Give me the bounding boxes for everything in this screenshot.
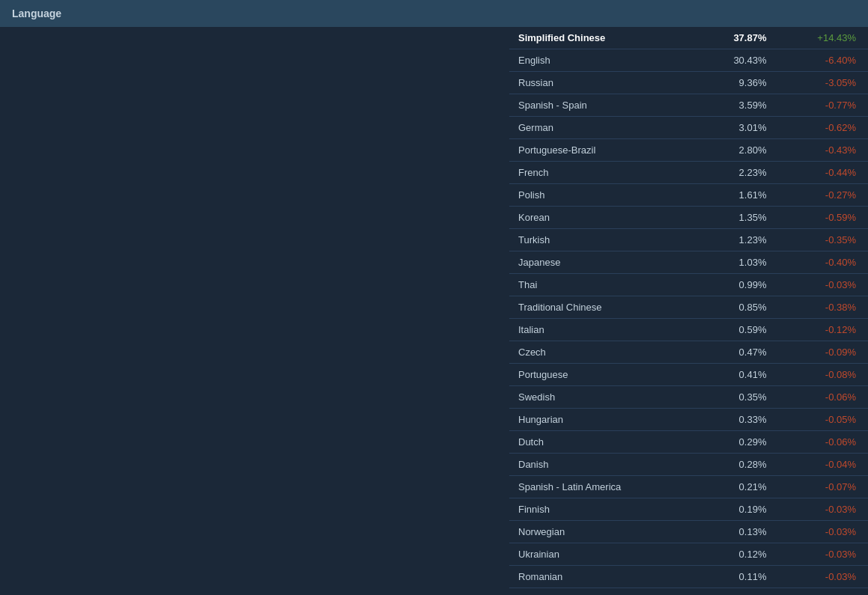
left-panel xyxy=(0,27,509,595)
lang-percentage: 1.35% xyxy=(696,207,776,229)
lang-percentage: 30.43% xyxy=(696,49,776,72)
lang-name: French xyxy=(509,162,696,184)
lang-change: -0.35% xyxy=(775,229,868,251)
table-row: Russian9.36%-3.05% xyxy=(509,72,868,94)
lang-change: -0.62% xyxy=(775,117,868,139)
lang-name: Simplified Chinese xyxy=(509,27,696,49)
table-row: Portuguese-Brazil2.80%-0.43% xyxy=(509,139,868,162)
lang-percentage: 1.03% xyxy=(696,251,776,274)
table-row: Greek0.08%-0.01% xyxy=(509,588,868,596)
lang-change: -0.01% xyxy=(775,588,868,596)
table-row: Portuguese0.41%-0.08% xyxy=(509,364,868,386)
table-row: French2.23%-0.44% xyxy=(509,162,868,184)
table-row: Japanese1.03%-0.40% xyxy=(509,251,868,274)
table-row: Traditional Chinese0.85%-0.38% xyxy=(509,296,868,319)
lang-percentage: 2.80% xyxy=(696,139,776,162)
lang-name: Korean xyxy=(509,207,696,229)
lang-name: Danish xyxy=(509,454,696,476)
table-row: Polish1.61%-0.27% xyxy=(509,184,868,207)
lang-percentage: 0.21% xyxy=(696,476,776,498)
lang-change: -0.06% xyxy=(775,431,868,454)
lang-percentage: 0.99% xyxy=(696,274,776,296)
table-row: Simplified Chinese37.87%+14.43% xyxy=(509,27,868,49)
lang-percentage: 0.85% xyxy=(696,296,776,319)
lang-name: Portuguese xyxy=(509,364,696,386)
lang-change: -3.05% xyxy=(775,72,868,94)
lang-percentage: 2.23% xyxy=(696,162,776,184)
table-container: Simplified Chinese37.87%+14.43%English30… xyxy=(0,27,868,595)
lang-percentage: 3.01% xyxy=(696,117,776,139)
lang-percentage: 0.35% xyxy=(696,386,776,409)
lang-change: -0.03% xyxy=(775,566,868,588)
lang-name: Ukrainian xyxy=(509,543,696,566)
lang-percentage: 37.87% xyxy=(696,27,776,49)
table-row: Turkish1.23%-0.35% xyxy=(509,229,868,251)
table-row: Italian0.59%-0.12% xyxy=(509,319,868,341)
table-row: German3.01%-0.62% xyxy=(509,117,868,139)
lang-percentage: 0.11% xyxy=(696,566,776,588)
lang-change: +14.43% xyxy=(775,27,868,49)
table-row: Dutch0.29%-0.06% xyxy=(509,431,868,454)
lang-percentage: 0.08% xyxy=(696,588,776,596)
lang-name: Spanish - Latin America xyxy=(509,476,696,498)
lang-name: Finnish xyxy=(509,498,696,521)
table-row: Finnish0.19%-0.03% xyxy=(509,498,868,521)
table-row: Czech0.47%-0.09% xyxy=(509,341,868,364)
lang-percentage: 0.12% xyxy=(696,543,776,566)
header-title: Language xyxy=(12,7,61,19)
lang-percentage: 1.61% xyxy=(696,184,776,207)
lang-percentage: 0.41% xyxy=(696,364,776,386)
table-row: Korean1.35%-0.59% xyxy=(509,207,868,229)
lang-name: Turkish xyxy=(509,229,696,251)
table-row: English30.43%-6.40% xyxy=(509,49,868,72)
lang-change: -0.07% xyxy=(775,476,868,498)
lang-name: Czech xyxy=(509,341,696,364)
lang-name: Polish xyxy=(509,184,696,207)
lang-name: Hungarian xyxy=(509,409,696,431)
lang-percentage: 0.47% xyxy=(696,341,776,364)
lang-change: -0.08% xyxy=(775,364,868,386)
lang-percentage: 0.19% xyxy=(696,498,776,521)
lang-change: -0.03% xyxy=(775,543,868,566)
lang-change: -0.03% xyxy=(775,521,868,543)
lang-name: Thai xyxy=(509,274,696,296)
lang-percentage: 0.28% xyxy=(696,454,776,476)
language-table: Simplified Chinese37.87%+14.43%English30… xyxy=(509,27,868,595)
lang-name: Greek xyxy=(509,588,696,596)
lang-name: Russian xyxy=(509,72,696,94)
lang-change: -0.43% xyxy=(775,139,868,162)
lang-change: -0.44% xyxy=(775,162,868,184)
lang-name: Portuguese-Brazil xyxy=(509,139,696,162)
lang-name: Swedish xyxy=(509,386,696,409)
lang-name: German xyxy=(509,117,696,139)
lang-name: Spanish - Spain xyxy=(509,94,696,117)
lang-name: Romanian xyxy=(509,566,696,588)
lang-change: -6.40% xyxy=(775,49,868,72)
table-row: Romanian0.11%-0.03% xyxy=(509,566,868,588)
lang-change: -0.40% xyxy=(775,251,868,274)
table-row: Danish0.28%-0.04% xyxy=(509,454,868,476)
lang-change: -0.09% xyxy=(775,341,868,364)
lang-change: -0.38% xyxy=(775,296,868,319)
lang-change: -0.06% xyxy=(775,386,868,409)
lang-name: Japanese xyxy=(509,251,696,274)
lang-name: Dutch xyxy=(509,431,696,454)
lang-change: -0.03% xyxy=(775,498,868,521)
table-section: Simplified Chinese37.87%+14.43%English30… xyxy=(509,27,868,595)
lang-percentage: 3.59% xyxy=(696,94,776,117)
lang-percentage: 1.23% xyxy=(696,229,776,251)
table-row: Hungarian0.33%-0.05% xyxy=(509,409,868,431)
lang-name: Italian xyxy=(509,319,696,341)
lang-percentage: 0.29% xyxy=(696,431,776,454)
lang-change: -0.03% xyxy=(775,274,868,296)
header: Language xyxy=(0,0,868,27)
lang-change: -0.59% xyxy=(775,207,868,229)
lang-change: -0.12% xyxy=(775,319,868,341)
lang-change: -0.27% xyxy=(775,184,868,207)
lang-percentage: 9.36% xyxy=(696,72,776,94)
lang-percentage: 0.59% xyxy=(696,319,776,341)
table-row: Spanish - Spain3.59%-0.77% xyxy=(509,94,868,117)
table-row: Swedish0.35%-0.06% xyxy=(509,386,868,409)
lang-name: Traditional Chinese xyxy=(509,296,696,319)
lang-name: Norwegian xyxy=(509,521,696,543)
